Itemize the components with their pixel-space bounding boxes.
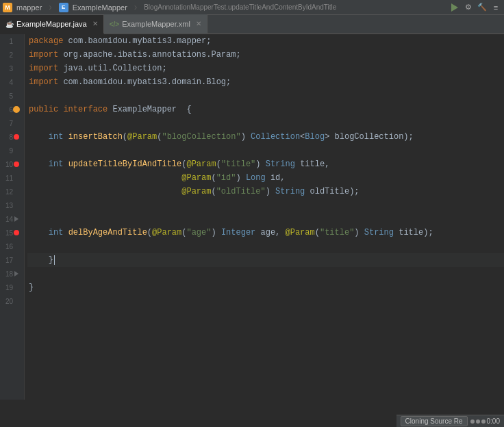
dot-3 [481,419,486,424]
gutter-9 [13,147,20,154]
line-num-15: 15 [1,229,13,237]
tab-java[interactable]: ☕ ExampleMapper.java ✕ [0,15,104,34]
paren-8b: ( [157,132,162,142]
gutter-20 [13,298,20,305]
line-number-row: 12 [0,185,24,198]
indent-11 [29,173,181,183]
import-3: com.baomidou.mybatis3.domain.Blog; [63,77,231,87]
close-brace: } [29,283,34,292]
gutter-17 [13,257,20,263]
gutter-13 [13,202,20,209]
str-title-2: "title" [320,228,354,237]
p3: ( [211,173,216,183]
paren-8: ( [123,132,127,142]
indent-10 [29,159,49,169]
breakpoint-icon-15[interactable] [14,230,19,235]
gutter-5 [13,92,20,99]
after-8: ) [241,132,251,142]
param-id: id, [270,173,286,183]
gutter-1 [13,38,20,44]
java-icon: ☕ [5,21,14,28]
fold-arrow-18[interactable] [14,271,18,276]
fold-arrow-14[interactable] [14,216,18,222]
ann-title: @Param [186,159,216,169]
param-blogcol: blogCollection); [335,132,414,142]
code-line-9 [27,144,504,157]
p1: ( [216,159,221,169]
kw-import-3: import [29,77,63,87]
kw-public: public [29,105,63,114]
code-line-19: } [27,281,504,294]
code-line-7 [27,116,504,130]
code-line-16 [27,240,504,253]
line-number-row: 10 [0,157,24,171]
gutter-3 [13,65,20,72]
code-line-13 [27,198,504,212]
param-age: age, [261,228,286,237]
str-blogcollection: "blogCollection" [162,132,240,142]
code-line-15: int delByAgeAndTitle(@Param("age") Integ… [27,226,504,240]
tab-xml[interactable]: </> ExampleMapper.xml ✕ [104,14,207,34]
code-line-8: int insertBatch(@Param("blogCollection")… [27,130,504,144]
gutter-18 [13,270,20,277]
gutter-16 [13,243,20,250]
gutter-4 [13,79,20,86]
breakpoint-icon-8[interactable] [14,134,19,140]
line-num-3: 3 [1,65,13,73]
str-title: "title" [221,159,255,169]
kw-package: package [29,36,68,46]
type-integer: Integer [221,228,261,237]
code-line-17: } [27,253,504,267]
example-mapper-icon: E [59,3,68,12]
dot-2 [476,419,480,424]
code-line-11: @Param("id") Long id, [27,171,504,185]
time-text: 0:00 [487,417,500,425]
run-icon [451,3,458,12]
code-editor[interactable]: package com.baomidou.mybatis3.mapper; im… [25,34,504,400]
cloning-text: Cloning Source Re [405,417,463,425]
str-id: "id" [216,173,236,183]
str-age: "age" [186,228,211,237]
code-line-18 [27,267,504,281]
line-num-20: 20 [1,298,13,305]
run-button[interactable] [449,2,460,13]
type-int-8: int [49,132,68,142]
line-number-row: 11 [0,171,24,185]
gear-button[interactable]: ⚙ [463,2,474,13]
tab-bar: ☕ ExampleMapper.java ✕ </> ExampleMapper… [0,15,504,34]
line-number-row: 8 [0,130,24,144]
xml-icon: </> [110,21,119,28]
kw-interface: interface [63,105,112,114]
line-number-row: 5 [0,89,24,103]
code-line-5 [27,89,504,103]
tab-xml-close[interactable]: ✕ [196,21,201,27]
topbar-right: ⚙ 🔨 ≡ [449,2,501,13]
build-button[interactable]: 🔨 [477,2,488,13]
line-number-row: 17 [0,253,24,267]
method-delbyage: delByAgeAndTitle [68,228,147,237]
line-num-8: 8 [1,133,13,141]
gutter-12 [13,188,20,195]
ann-oldtitle: @Param [181,187,211,196]
p4: ) [236,173,245,183]
line-num-1: 1 [1,38,13,45]
line-numbers-gutter: 1 2 3 4 5 6 7 [0,34,25,400]
breakpoint-icon-6[interactable] [13,106,20,113]
cursor-char: } [29,255,53,265]
tab-java-close[interactable]: ✕ [92,21,98,27]
breakpoint-icon-10[interactable] [14,161,19,167]
ann-id: @Param [181,173,211,183]
line-num-2: 2 [1,51,13,59]
kw-import: import [29,50,63,60]
gutter-15 [13,229,20,236]
line-num-5: 5 [1,92,13,100]
extra-button[interactable]: ≡ [490,2,501,13]
line-number-row: 4 [0,75,24,89]
line-num-7: 7 [1,120,13,127]
line-num-6: 6 [1,106,13,114]
line-number-row: 15 [0,226,24,240]
param-title: title, [300,159,329,169]
type-string-3: String [364,228,399,237]
cloning-badge: Cloning Source Re [401,416,468,426]
line-num-19: 19 [1,284,13,292]
